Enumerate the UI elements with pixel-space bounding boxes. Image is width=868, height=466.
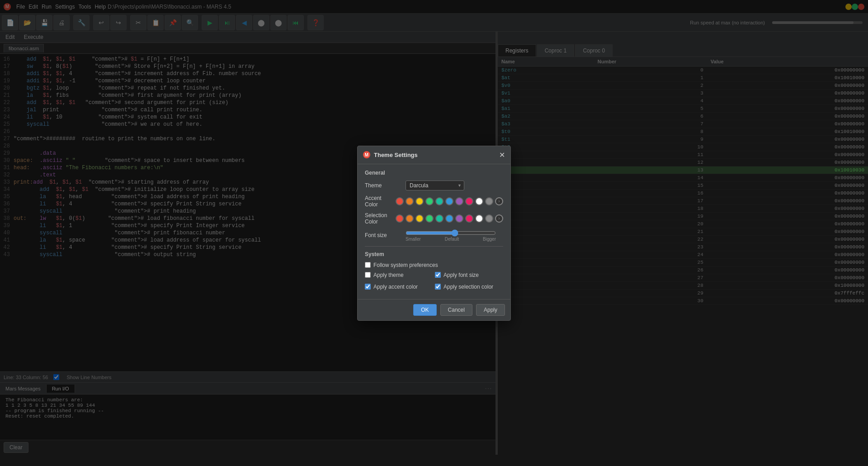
modal-header: M Theme Settings ✕	[358, 146, 510, 164]
color-swatch[interactable]	[485, 197, 493, 205]
font-size-slider-container: Smaller Default Bigger	[406, 229, 496, 242]
selection-color-swatches: ›	[396, 214, 503, 223]
selection-color-label: Selection Color	[365, 212, 396, 225]
modal-body: General Theme Darcula Light Dark Intelli…	[358, 164, 510, 299]
apply-accent-color-checkbox[interactable]	[365, 284, 371, 290]
color-swatch[interactable]	[455, 197, 463, 205]
font-label-bigger: Bigger	[483, 237, 496, 242]
general-section-label: General	[365, 170, 503, 176]
apply-font-size-row: Apply font size	[435, 272, 503, 278]
system-options-grid: Apply theme Apply font size Apply accent…	[365, 272, 503, 294]
color-swatch[interactable]	[445, 214, 453, 223]
color-swatch[interactable]	[415, 197, 424, 205]
cancel-button[interactable]: Cancel	[440, 304, 472, 316]
color-swatch[interactable]	[406, 197, 414, 205]
accent-color-row: Accent Color ›	[365, 195, 503, 208]
apply-theme-checkbox[interactable]	[365, 272, 371, 278]
selection-color-row: Selection Color ›	[365, 212, 503, 225]
color-swatch[interactable]	[435, 197, 443, 205]
color-swatch[interactable]	[415, 214, 424, 223]
system-section: System Follow system preferences Apply t…	[365, 246, 503, 294]
color-swatch[interactable]	[445, 197, 453, 205]
color-swatch[interactable]	[475, 197, 483, 205]
color-swatch[interactable]	[455, 214, 463, 223]
color-swatch[interactable]	[406, 214, 414, 223]
modal-icon: M	[363, 151, 370, 158]
theme-label: Theme	[365, 182, 406, 189]
apply-accent-color-row: Apply accent color	[365, 284, 433, 290]
modal-overlay: M Theme Settings ✕ General Theme Darcula…	[0, 0, 868, 466]
accent-color-swatches: ›	[396, 197, 503, 205]
accent-color-label: Accent Color	[365, 195, 396, 208]
font-label-default: Default	[445, 237, 459, 242]
font-label-smaller: Smaller	[406, 237, 421, 242]
follow-system-checkbox[interactable]	[365, 262, 371, 268]
color-swatch[interactable]	[396, 214, 404, 223]
modal-footer: OK Cancel Apply	[358, 299, 510, 320]
color-swatch-more[interactable]: ›	[495, 197, 503, 205]
theme-row: Theme Darcula Light Dark IntelliJ	[365, 181, 503, 190]
apply-font-size-label: Apply font size	[443, 272, 479, 278]
color-swatch-more[interactable]: ›	[495, 214, 503, 223]
system-section-label: System	[365, 251, 503, 257]
color-swatch[interactable]	[425, 214, 434, 223]
color-swatch[interactable]	[425, 197, 434, 205]
font-size-row: Font size Smaller Default Bigger	[365, 229, 503, 242]
color-swatch[interactable]	[465, 214, 473, 223]
ok-button[interactable]: OK	[413, 304, 436, 316]
follow-system-row: Follow system preferences	[365, 262, 503, 268]
modal-title: Theme Settings	[374, 152, 418, 158]
modal-close-button[interactable]: ✕	[499, 151, 505, 159]
theme-settings-dialog: M Theme Settings ✕ General Theme Darcula…	[357, 146, 511, 321]
color-swatch[interactable]	[475, 214, 483, 223]
color-swatch[interactable]	[435, 214, 443, 223]
font-size-label: Font size	[365, 232, 406, 238]
apply-button[interactable]: Apply	[476, 304, 505, 316]
color-swatch[interactable]	[465, 197, 473, 205]
font-size-labels: Smaller Default Bigger	[406, 237, 496, 242]
color-swatch[interactable]	[485, 214, 493, 223]
color-swatch[interactable]	[396, 197, 404, 205]
follow-system-label: Follow system preferences	[373, 262, 438, 268]
apply-font-size-checkbox[interactable]	[435, 272, 441, 278]
apply-selection-color-checkbox[interactable]	[435, 284, 441, 290]
theme-select[interactable]: Darcula Light Dark IntelliJ	[406, 181, 464, 190]
apply-selection-color-row: Apply selection color	[435, 284, 503, 290]
apply-accent-color-label: Apply accent color	[373, 284, 418, 290]
apply-theme-label: Apply theme	[373, 272, 404, 278]
font-size-slider[interactable]	[406, 229, 496, 237]
theme-select-wrapper: Darcula Light Dark IntelliJ	[406, 181, 464, 190]
apply-theme-row: Apply theme	[365, 272, 433, 278]
apply-selection-color-label: Apply selection color	[443, 284, 493, 290]
